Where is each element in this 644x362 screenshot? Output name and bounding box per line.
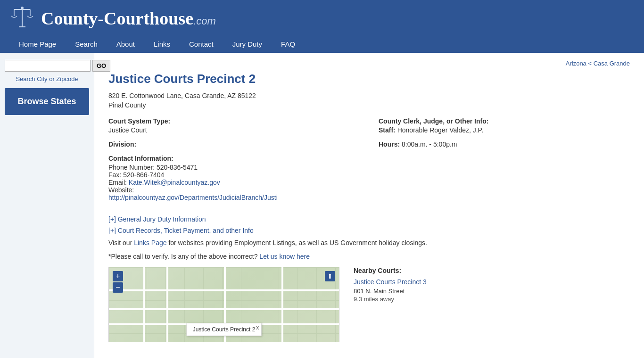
verify-pre: *Please call to verify. Is any of the ab…: [108, 253, 259, 260]
verify-link[interactable]: Let us know here: [259, 253, 310, 260]
scales-icon: [9, 6, 35, 31]
nav-jury-duty[interactable]: Jury Duty: [223, 35, 272, 53]
staff-value: Honorable Roger Valdez, J.P.: [397, 126, 483, 134]
details-grid: Court System Type: Justice Court Divisio…: [108, 117, 630, 208]
records-link[interactable]: [+] Court Records, Ticket Payment, and o…: [108, 227, 630, 234]
hours-label: Hours:: [379, 140, 402, 148]
links-note-post: for websites providing Employment Listin…: [167, 239, 427, 247]
nearby-court-name-0[interactable]: Justice Courts Precinct 3: [354, 278, 630, 286]
court-county: Pinal County: [108, 101, 630, 109]
fax-line: Fax: 520-866-7404: [108, 171, 360, 179]
nav-links[interactable]: Links: [144, 35, 180, 53]
email-link[interactable]: Kate.Witek@pinalcountyaz.gov: [129, 179, 220, 186]
hours-value: 8:00a.m. - 5:00p.m: [402, 140, 457, 148]
map-popup: Justice Courts Precinct 2 x: [187, 323, 262, 336]
map-popup-close[interactable]: x: [256, 324, 259, 331]
logo-area: County-Courthouse.com: [9, 6, 635, 35]
nav-bar: Home Page Search About Links Contact Jur…: [9, 35, 635, 53]
website-label: Website:: [108, 186, 134, 194]
website-line: Website: http://pinalcountyaz.gov/Depart…: [108, 186, 360, 201]
email-label: Email:: [108, 179, 129, 186]
county-clerk-label: County Clerk, Judge, or Other Info:: [379, 117, 630, 125]
nav-contact[interactable]: Contact: [180, 35, 223, 53]
map-container: + − ⬆ Justice Courts Precinct 2 x: [108, 267, 339, 342]
nav-about[interactable]: About: [107, 35, 144, 53]
breadcrumb-separator: <: [586, 60, 594, 67]
details-right: County Clerk, Judge, or Other Info: Staf…: [379, 117, 630, 208]
nearby-courts: Nearby Courts: Justice Courts Precinct 3…: [349, 267, 630, 342]
map-popup-text: Justice Courts Precinct 2: [193, 326, 256, 333]
nav-home[interactable]: Home Page: [9, 35, 66, 53]
logo-text: County-Courthouse.com: [41, 8, 216, 29]
details-left: Court System Type: Justice Court Divisio…: [108, 117, 360, 208]
browse-states-button[interactable]: Browse States: [5, 88, 89, 115]
links-note-pre: Visit our: [108, 239, 134, 247]
website-link[interactable]: http://pinalcountyaz.gov/Departments/Jud…: [108, 194, 278, 201]
logo-title: County-Courthouse: [41, 8, 193, 28]
phone-line: Phone Number: 520-836-5471: [108, 164, 360, 171]
fax-value: 520-866-7404: [123, 171, 164, 179]
contact-label: Contact Information:: [108, 155, 360, 162]
links-page-link[interactable]: Links Page: [134, 239, 166, 247]
nav-search[interactable]: Search: [66, 35, 107, 53]
search-box-area: GO: [5, 60, 89, 72]
phone-value: 520-836-5471: [157, 164, 198, 171]
hours-line: Hours: 8:00a.m. - 5:00p.m: [379, 140, 630, 148]
map-share-icon[interactable]: ⬆: [325, 271, 335, 281]
breadcrumb: Arizona < Casa Grande: [108, 60, 630, 67]
email-line: Email: Kate.Witek@pinalcountyaz.gov: [108, 179, 360, 186]
bottom-section: + − ⬆ Justice Courts Precinct 2 x Nearby…: [108, 267, 630, 342]
verify-note: *Please call to verify. Is any of the ab…: [108, 253, 630, 260]
search-input[interactable]: [5, 60, 91, 72]
logo-com: .com: [193, 15, 216, 27]
header: County-Courthouse.com Home Page Search A…: [0, 0, 644, 53]
division-label: Division:: [108, 140, 360, 148]
search-label: Search City or Zipcode: [5, 75, 89, 82]
sidebar: GO Search City or Zipcode Browse States: [0, 53, 94, 358]
nearby-courts-title: Nearby Courts:: [354, 267, 630, 274]
court-system-label: Court System Type:: [108, 117, 360, 125]
svg-point-4: [21, 7, 24, 9]
contact-section: Phone Number: 520-836-5471 Fax: 520-866-…: [108, 164, 360, 201]
court-address: 820 E. Cottonwood Lane, Casa Grande, AZ …: [108, 92, 630, 99]
main-content: Arizona < Casa Grande Justice Courts Pre…: [94, 53, 644, 358]
nearby-court-address-0: 801 N. Main Street: [354, 288, 630, 295]
breadcrumb-city[interactable]: Casa Grande: [594, 60, 630, 67]
breadcrumb-state[interactable]: Arizona: [566, 60, 586, 67]
court-title: Justice Courts Precinct 2: [108, 72, 630, 86]
map-zoom-in-button[interactable]: +: [113, 271, 123, 281]
links-note: Visit our Links Page for websites provid…: [108, 238, 630, 248]
jury-duty-link[interactable]: [+] General Jury Duty Information: [108, 215, 630, 223]
court-system-value: Justice Court: [108, 126, 360, 134]
staff-label: Staff:: [379, 126, 397, 134]
nearby-court-distance-0: 9.3 miles away: [354, 296, 630, 303]
staff-line: Staff: Honorable Roger Valdez, J.P.: [379, 126, 630, 134]
fax-label: Fax:: [108, 171, 123, 179]
nav-faq[interactable]: FAQ: [272, 35, 305, 53]
content-wrapper: GO Search City or Zipcode Browse States …: [0, 53, 644, 358]
phone-label: Phone Number:: [108, 164, 157, 171]
map-zoom-out-button[interactable]: −: [113, 282, 123, 293]
